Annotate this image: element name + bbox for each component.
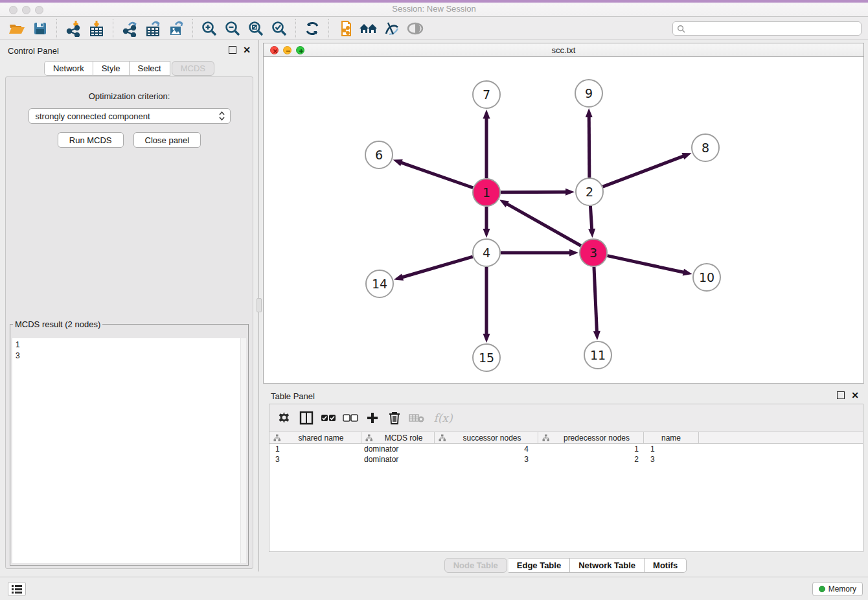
import-network-button[interactable] bbox=[62, 19, 85, 38]
node-8[interactable]: 8 bbox=[692, 134, 719, 161]
arrowhead bbox=[586, 108, 593, 117]
fx-icon: f(x) bbox=[433, 411, 452, 424]
edge-1-7[interactable] bbox=[483, 110, 490, 178]
tab-motifs[interactable]: Motifs bbox=[645, 558, 687, 573]
edge-3-1[interactable] bbox=[499, 200, 581, 246]
open-network-file-button[interactable] bbox=[334, 19, 357, 38]
zoom-in-button[interactable] bbox=[198, 19, 221, 38]
tab-style[interactable]: Style bbox=[93, 61, 130, 76]
open-session-button[interactable] bbox=[5, 19, 29, 38]
cell-shared-name: 1 bbox=[269, 444, 361, 454]
open-folder-icon bbox=[8, 21, 25, 36]
edge-2-8[interactable] bbox=[603, 153, 692, 187]
export-table-button[interactable] bbox=[141, 19, 165, 38]
task-history-button[interactable] bbox=[8, 582, 26, 596]
hierarchy-icon bbox=[439, 434, 446, 442]
column-header-shared-name[interactable]: shared name bbox=[269, 432, 361, 443]
node-3[interactable]: 3 bbox=[580, 239, 607, 266]
float-table-panel-icon[interactable] bbox=[837, 391, 845, 399]
table-header-row: shared name MCDS role bbox=[269, 432, 863, 444]
network-canvas[interactable]: 7968124314101511 bbox=[263, 57, 864, 384]
mcds-result-textarea[interactable]: 1 3 bbox=[12, 338, 246, 563]
table-row[interactable]: 3 dominator 3 2 3 bbox=[269, 454, 863, 465]
network-graph: 7968124314101511 bbox=[264, 57, 863, 383]
close-table-panel-icon[interactable]: ✕ bbox=[851, 390, 859, 400]
network-window-titlebar[interactable]: scc.txt bbox=[263, 43, 864, 57]
cell-predecessor-nodes: 2 bbox=[538, 454, 644, 465]
node-6[interactable]: 6 bbox=[365, 141, 393, 168]
zoom-fit-button[interactable] bbox=[244, 19, 268, 38]
table-row[interactable]: 1 dominator 4 1 1 bbox=[269, 444, 863, 454]
node-10[interactable]: 10 bbox=[693, 264, 720, 291]
svg-text:1: 1 bbox=[483, 185, 490, 200]
table-settings-button[interactable] bbox=[275, 408, 294, 428]
tab-network-table[interactable]: Network Table bbox=[570, 558, 645, 573]
graphics-details-button[interactable] bbox=[380, 19, 404, 38]
edge-1-4[interactable] bbox=[483, 207, 490, 238]
zoom-selected-button[interactable] bbox=[268, 19, 291, 38]
edge-2-3[interactable] bbox=[588, 206, 595, 238]
control-panel-title: Control Panel bbox=[8, 46, 59, 56]
column-header-mcds-role[interactable]: MCDS role bbox=[361, 432, 435, 443]
apply-layout-button[interactable] bbox=[301, 19, 324, 38]
edge-4-14[interactable] bbox=[394, 257, 473, 281]
edge-3-11[interactable] bbox=[593, 267, 600, 340]
svg-text:11: 11 bbox=[590, 348, 606, 362]
edge-4-3[interactable] bbox=[501, 249, 578, 257]
edge-1-2[interactable] bbox=[501, 189, 575, 196]
create-column-button[interactable] bbox=[363, 408, 382, 428]
close-panel-icon[interactable]: ✕ bbox=[243, 45, 251, 55]
application-window: Session: New Session bbox=[0, 0, 868, 600]
edge-3-10[interactable] bbox=[607, 256, 692, 276]
node-15[interactable]: 15 bbox=[473, 344, 500, 371]
arrowhead bbox=[393, 159, 403, 166]
memory-button[interactable]: Memory bbox=[812, 582, 863, 596]
edge-2-9[interactable] bbox=[586, 108, 593, 178]
chevron-updown-icon bbox=[219, 111, 225, 121]
birds-eye-view-button[interactable] bbox=[404, 19, 427, 38]
node-2[interactable]: 2 bbox=[576, 178, 603, 205]
tab-node-table[interactable]: Node Table bbox=[444, 558, 507, 573]
export-image-button[interactable] bbox=[165, 19, 188, 38]
column-view-button[interactable] bbox=[297, 408, 316, 428]
close-panel-button[interactable]: Close panel bbox=[133, 132, 201, 148]
save-session-button[interactable] bbox=[29, 19, 52, 38]
trash-icon bbox=[389, 411, 400, 424]
column-header-name[interactable]: name bbox=[644, 432, 699, 443]
node-4[interactable]: 4 bbox=[473, 239, 500, 266]
tab-edge-table[interactable]: Edge Table bbox=[508, 558, 570, 573]
search-field[interactable] bbox=[672, 21, 862, 36]
zoom-out-button[interactable] bbox=[221, 19, 244, 38]
delete-column-button[interactable] bbox=[385, 408, 404, 428]
tab-network[interactable]: Network bbox=[44, 61, 93, 76]
import-table-button[interactable] bbox=[85, 19, 108, 38]
hierarchy-icon bbox=[542, 434, 550, 442]
node-11[interactable]: 11 bbox=[584, 341, 611, 369]
search-input[interactable] bbox=[685, 23, 857, 34]
control-panel: Control Panel ✕ Network Style Select MCD… bbox=[0, 40, 259, 571]
mcds-result-title: MCDS result (2 nodes) bbox=[13, 319, 102, 329]
result-scrollbar[interactable] bbox=[240, 338, 246, 563]
deselect-all-rows-button[interactable] bbox=[341, 408, 360, 428]
select-all-rows-button[interactable] bbox=[319, 408, 338, 428]
svg-text:2: 2 bbox=[586, 185, 593, 199]
vertical-splitter-handle[interactable] bbox=[257, 298, 262, 312]
run-mcds-button[interactable]: Run MCDS bbox=[58, 132, 124, 148]
node-1[interactable]: 1 bbox=[473, 179, 500, 206]
node-7[interactable]: 7 bbox=[473, 81, 500, 108]
cyndex-home-button[interactable] bbox=[357, 19, 380, 38]
column-header-predecessor-nodes[interactable]: predecessor nodes bbox=[538, 432, 644, 443]
tab-mcds[interactable]: MCDS bbox=[172, 61, 214, 76]
edge-4-15[interactable] bbox=[483, 267, 490, 343]
node-14[interactable]: 14 bbox=[366, 270, 393, 297]
float-panel-icon[interactable] bbox=[229, 46, 236, 54]
export-network-button[interactable] bbox=[118, 19, 141, 38]
svg-text:8: 8 bbox=[702, 141, 709, 155]
edge-1-6[interactable] bbox=[393, 159, 474, 188]
criterion-select[interactable]: strongly connected component bbox=[29, 108, 231, 124]
tab-select[interactable]: Select bbox=[130, 61, 170, 76]
main-toolbar bbox=[0, 17, 868, 40]
node-9[interactable]: 9 bbox=[575, 80, 602, 107]
result-line: 1 bbox=[16, 340, 243, 351]
column-header-successor-nodes[interactable]: successor nodes bbox=[435, 432, 538, 443]
